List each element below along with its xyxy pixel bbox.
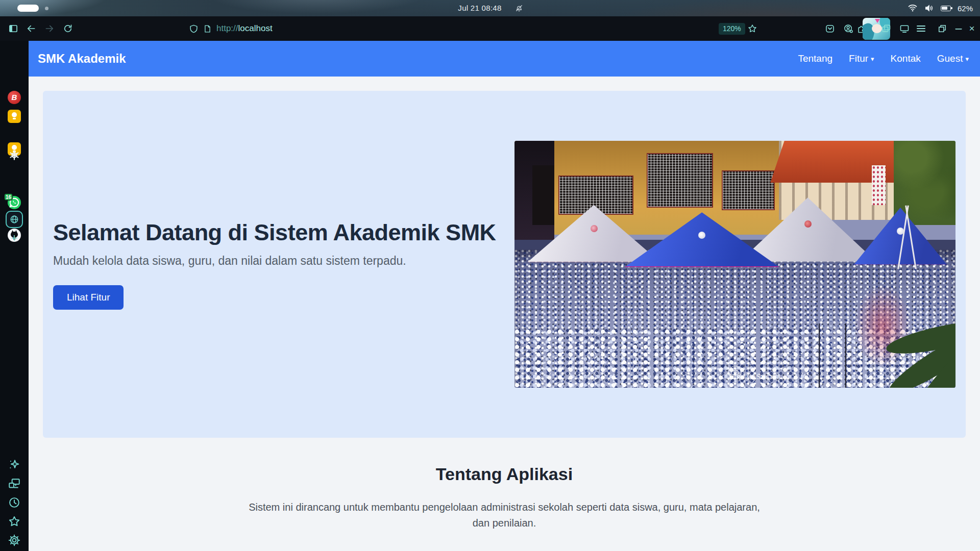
hero-photo: JurnaliSketsa PHOTOGRAPH [514, 141, 955, 388]
webpage-viewport: SMK Akademik Tentang Fitur ▾ Kontak Gues… [29, 41, 980, 551]
pinned-tab-keep-icon[interactable] [8, 110, 21, 123]
new-tab-plus-icon[interactable]: + [8, 232, 21, 245]
active-tab-globe-tile[interactable] [6, 211, 23, 228]
photo-watermark: JurnaliSketsa PHOTOGRAPH [728, 366, 742, 379]
globe-icon [9, 214, 19, 224]
url-host: localhost [238, 23, 273, 33]
photo-roof [770, 141, 911, 183]
about-body: Sistem ini dirancang untuk membantu peng… [239, 499, 770, 531]
nav-link-tentang[interactable]: Tentang [798, 53, 832, 64]
pinned-tab-chatgpt-icon[interactable] [8, 148, 21, 162]
sidebar-toggle-icon[interactable] [8, 23, 18, 34]
hero-title: Selamat Datang di Sistem Akademik SMK [53, 219, 502, 246]
clock[interactable]: Jul 21 08:48 [449, 0, 510, 16]
bookmark-star-icon[interactable] [747, 23, 757, 34]
window-minimize-icon[interactable] [953, 23, 964, 34]
os-top-bar: Jul 21 08:48 62% [0, 0, 980, 16]
shield-icon[interactable] [189, 24, 199, 34]
pinned-tab-whatsapp-icon[interactable]: 16 [8, 196, 21, 209]
whatsapp-unread-badge: 16 [4, 193, 13, 201]
browser-vertical-dock: B 16 + [0, 41, 29, 551]
back-icon[interactable] [26, 23, 36, 34]
forward-icon[interactable] [44, 23, 55, 34]
about-section: Tentang Aplikasi Sistem ini dirancang un… [29, 464, 980, 531]
window-close-icon[interactable]: × [967, 23, 977, 34]
reload-icon[interactable] [63, 23, 73, 34]
nav-links: Tentang Fitur ▾ Kontak Guest ▾ [798, 53, 969, 64]
account-icon[interactable] [843, 23, 853, 34]
nav-link-kontak[interactable]: Kontak [891, 53, 921, 64]
url-bar[interactable]: http://localhost [189, 20, 273, 37]
lihat-fitur-button[interactable]: Lihat Fitur [53, 285, 124, 310]
nav-link-fitur[interactable]: Fitur ▾ [849, 53, 874, 64]
workspace-indicator-dot[interactable] [45, 7, 48, 10]
zoom-level-badge[interactable]: 120% [719, 23, 745, 35]
browser-toolbar: http://localhost 120% [0, 16, 980, 41]
settings-gear-icon[interactable] [8, 534, 21, 547]
battery-percent: 62% [958, 4, 973, 13]
url-scheme: http:// [216, 23, 238, 33]
pinned-tab-b-app-icon[interactable]: B [8, 91, 21, 104]
menu-hamburger-icon[interactable] [917, 26, 925, 32]
page-info-icon[interactable] [203, 24, 212, 34]
url-text: http://localhost [216, 23, 273, 34]
synced-devices-icon[interactable] [8, 477, 21, 490]
hero-section: Selamat Datang di Sistem Akademik SMK Mu… [43, 91, 966, 438]
site-navbar: SMK Akademik Tentang Fitur ▾ Kontak Gues… [29, 41, 980, 77]
nav-link-guest[interactable]: Guest ▾ [937, 53, 969, 64]
caret-down-icon: ▾ [871, 55, 874, 63]
battery-icon [941, 6, 951, 11]
hero-text-block: Selamat Datang di Sistem Akademik SMK Mu… [43, 219, 502, 310]
volume-icon [924, 4, 934, 12]
bookmarks-star-icon[interactable] [8, 515, 21, 528]
sparkle-ai-icon[interactable] [8, 458, 21, 471]
screenshot-frames-icon[interactable] [881, 23, 891, 34]
caret-down-icon: ▾ [965, 55, 969, 63]
pocket-icon[interactable] [825, 23, 835, 34]
history-clock-icon[interactable] [8, 496, 21, 509]
display-share-icon[interactable] [899, 23, 910, 34]
notifications-muted-icon[interactable] [514, 4, 524, 13]
brand-title[interactable]: SMK Akademik [38, 52, 126, 66]
system-status-cluster[interactable]: 62% [908, 0, 973, 16]
wifi-icon [908, 4, 918, 12]
watermark-subtitle: PHOTOGRAPH [728, 372, 778, 377]
window-restore-icon[interactable] [937, 23, 947, 34]
about-title: Tentang Aplikasi [29, 464, 980, 484]
workspace-indicator-pill[interactable] [17, 5, 39, 12]
hero-subtitle: Mudah kelola data siswa, guru, dan nilai… [53, 254, 502, 268]
